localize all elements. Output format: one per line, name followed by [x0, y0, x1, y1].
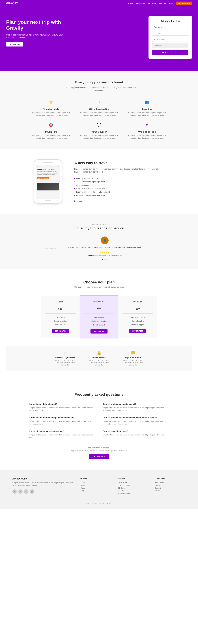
footer-link-blog[interactable]: Blog	[80, 490, 111, 492]
testimonials-section: www.appcontroller.io Loved by thousands …	[0, 214, 198, 269]
feature-airlines: ✈ 100+ airlines booking Nam liber tempor…	[77, 98, 121, 116]
plan-premium-cta[interactable]: GET STARTED	[129, 329, 146, 333]
plan-premium-f3: Premium support	[122, 323, 153, 326]
payment-icon: 💳	[121, 350, 145, 355]
carousel-dot-1[interactable]	[102, 259, 103, 260]
phone-download-btn[interactable]: DOWNLOAD NOW	[37, 177, 49, 179]
footer-link-about[interactable]: About	[80, 482, 111, 483]
signup-submit-button[interactable]: SIGN UP FOR FREE	[152, 50, 188, 55]
app-section: Phantom ✕ Phantom for Chrome Singleline …	[0, 148, 198, 214]
footer-link-support[interactable]: Support	[155, 487, 186, 489]
footer-link-careers[interactable]: Careers	[80, 487, 111, 489]
signup-email-input[interactable]	[152, 37, 188, 42]
faq-q4: Cum sit andigen daepedtem amet dem tumqu…	[103, 416, 169, 419]
pricing-guarantees: ↩ Money back guarantee Nam liber tempor …	[6, 346, 192, 371]
footer-link-life[interactable]: Life Cards	[118, 490, 148, 492]
plan-basic-price: $19	[45, 304, 76, 311]
feature-booking-title: One-click booking	[125, 131, 169, 133]
pricing-card-premium: Premium $99 Unlimited bookings Gravity b…	[118, 296, 157, 338]
feature-booking-desc: Nam liber tempor cum solettot option con…	[125, 134, 169, 139]
feature-support-desc: Nam liber tempor cum solettot option con…	[77, 134, 121, 139]
faq-q2: Cum sit andigen daepedtem amet?	[103, 403, 169, 405]
phone-mockup: Phantom ✕ Phantom for Chrome Singleline …	[34, 160, 62, 204]
footer-link-insurance[interactable]: Travel Insurance	[118, 484, 148, 486]
nav-cta-button[interactable]: GET STARTED	[175, 2, 192, 5]
app-heading: A new way to travel	[74, 161, 164, 165]
carousel-dot-3[interactable]	[106, 259, 107, 260]
plan-premium-price: $99	[122, 304, 153, 311]
feature-points-title: Travel points	[29, 131, 73, 133]
guarantee-payment-desc: Nam liber tempor cum solettot option con…	[121, 359, 145, 366]
footer-link-travel-guide[interactable]: Travel Guide	[118, 482, 148, 483]
nav-features[interactable]: FEATURES	[136, 2, 145, 4]
testimonial-author: Authore paris — Creative / Android Desig…	[59, 254, 150, 256]
plan-pro-f1: 1000 bookings	[84, 315, 114, 319]
hero-cta-button[interactable]: GET PRICING	[6, 42, 23, 46]
faq-cta-sub: Singula intelleque eos ad, choro tritani…	[12, 450, 186, 452]
see-more-link[interactable]: See more ›	[74, 200, 83, 202]
signup-firstname-input[interactable]	[152, 25, 188, 29]
testimonials-label: www.appcontroller.io	[6, 224, 192, 226]
footer-brand-desc: Singula intelleque eos ad choro tritani …	[12, 482, 74, 487]
social-google[interactable]: g+	[30, 489, 34, 494]
faq-section: Frequently asked questions Lorem ipsum d…	[0, 382, 198, 470]
footer-community-heading: Community	[155, 478, 186, 480]
faq-item-4: Cum sit andigen daepedtem amet dem tumqu…	[103, 416, 169, 426]
faq-cta-button[interactable]: GET IN TOUCH	[89, 454, 109, 459]
faq-item-5: Lorem sit andigen daepedtem amet? Singul…	[29, 430, 95, 439]
footer-brand: About Gravity Singula intelleque eos ad …	[12, 478, 74, 496]
signup-username-input[interactable]	[152, 31, 188, 36]
footer-link-merchant[interactable]: Merchant Guides	[118, 492, 148, 494]
faq-cta: Still have more questions? Singula intel…	[12, 447, 186, 459]
footer-link-policies[interactable]: Policies	[155, 490, 186, 492]
faq-a5: Singula intelleque eos ad, choro tritani…	[29, 434, 95, 439]
carousel-dot-2[interactable]	[104, 259, 105, 260]
feature-hotels-desc: Nam liber tempor cum solettot option con…	[29, 112, 73, 116]
social-twitter[interactable]: t	[18, 489, 23, 494]
footer-social: f t in g+	[12, 489, 74, 494]
footer-col-community: Community Help Center Forum Support Poli…	[155, 478, 186, 496]
phone-stars: ★★★★★	[37, 180, 59, 182]
nav-reviews[interactable]: REVIEWS	[148, 2, 156, 4]
faq-item-2: Cum sit andigen daepedtem amet? Singula …	[103, 403, 169, 412]
feature-support: 💬 Premium support Nam liber tempor cum s…	[77, 121, 121, 139]
plan-pro-price: $59	[84, 304, 114, 311]
app-text-block: A new way to travel Nam liber tempor cum…	[74, 161, 164, 202]
footer-link-gift[interactable]: Gift Cards	[118, 487, 148, 489]
faq-a6: Singula intelleque eos ad, choro tritani…	[103, 434, 169, 436]
feature-points: 🎯 Travel points Nam liber tempor cum sol…	[29, 121, 73, 139]
secure-icon: 🔒	[87, 350, 111, 355]
nav-logo: GRAVITY	[6, 2, 18, 5]
plan-pro-cta[interactable]: GET STARTED	[91, 329, 107, 334]
nav-links: HOME FEATURES REVIEWS PRICING FAQ GET ST…	[128, 2, 192, 5]
hero-section: Plan your next trip with Gravity Quickly…	[0, 7, 198, 71]
nav-home[interactable]: HOME	[128, 2, 133, 4]
pricing-heading: Choose your plan	[6, 280, 192, 284]
testimonial-side-text: ulalor odio etis.	[45, 247, 56, 249]
faq-item-3: Lorem ipsum dolor sit andigen daepedtem …	[29, 416, 95, 426]
plan-basic-cta[interactable]: GET STARTED	[52, 329, 69, 333]
footer-grid: About Gravity Singula intelleque eos ad …	[12, 478, 186, 496]
footer: About Gravity Singula intelleque eos ad …	[0, 470, 198, 509]
hero-heading: Plan your next trip with Gravity	[6, 19, 68, 31]
guarantee-mb-title: Money back guarantee	[53, 356, 77, 358]
social-linkedin[interactable]: in	[24, 489, 29, 494]
plan-basic-f1: 10 bookings	[45, 316, 76, 319]
footer-gravity-heading: Gravity	[80, 478, 111, 480]
app-feature-list: Lorem ipsum dolor sit amet Aenean commod…	[74, 177, 164, 197]
social-facebook[interactable]: f	[12, 489, 17, 494]
signup-plan-select[interactable]: Plan type	[152, 43, 188, 48]
faq-q3: Lorem ipsum dolor sit andigen daepedtem …	[29, 416, 95, 419]
footer-link-forum[interactable]: Forum	[155, 484, 186, 486]
feature-airlines-title: 100+ airlines booking	[77, 108, 121, 110]
nav-faq[interactable]: FAQ	[169, 2, 172, 4]
footer-col-discover: Discover Travel Guide Travel Insurance G…	[118, 478, 148, 496]
testimonial-carousel: ulalor odio etis. 👤 Praesent vulputate d…	[45, 236, 153, 260]
pricing-subtitle: Get started for free. No credit card req…	[6, 286, 192, 288]
footer-link-team[interactable]: Team	[80, 484, 111, 486]
plan-premium-f2: Gravity branding	[122, 319, 153, 323]
faq-cta-heading: Still have more questions?	[12, 447, 186, 449]
app-feature-5: Lorem ipsum consectetuer adipiscing elit	[74, 190, 164, 194]
footer-link-help[interactable]: Help Center	[155, 482, 186, 483]
nav-pricing[interactable]: PRICING	[159, 2, 166, 4]
